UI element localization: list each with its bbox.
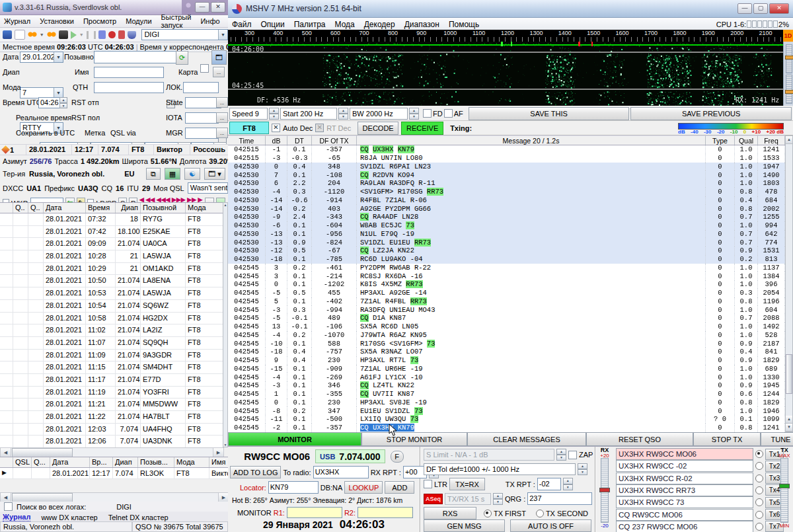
stop-icon[interactable] bbox=[98, 30, 106, 39]
decode-col-5[interactable]: Type bbox=[706, 135, 735, 145]
bw-spinner[interactable]: ▲▼ bbox=[409, 108, 419, 120]
oned-button[interactable]: 1D bbox=[783, 30, 793, 42]
r1-input[interactable] bbox=[287, 507, 342, 518]
iota-input[interactable] bbox=[185, 112, 219, 124]
rx-level-slider[interactable]: RX +20 -20 bbox=[596, 447, 613, 532]
bandwidth-field[interactable]: BW 2000 Hz bbox=[350, 108, 408, 120]
locator-input[interactable] bbox=[183, 82, 219, 93]
qsl-col-5[interactable]: Позыв... bbox=[138, 457, 174, 467]
decode-row[interactable]: 042530-40.3-1120<SV1GFM> R170SG RR7300.8… bbox=[228, 188, 785, 196]
scroll-right-icon[interactable]: ▶ bbox=[218, 493, 229, 502]
df-tol-spinner[interactable]: ▲▼ bbox=[578, 463, 587, 475]
table-row[interactable]: 28.01.202107:4218.100E25KAEFT8Naltne bbox=[0, 226, 223, 239]
s-limit-spinner[interactable]: ▲▼ bbox=[556, 449, 566, 461]
tx7-radio[interactable] bbox=[755, 523, 763, 531]
record-icon[interactable] bbox=[108, 31, 116, 38]
decode-row[interactable]: 04253000.4348SV1DZL R6PAI LN2301.01947 bbox=[228, 163, 785, 171]
auto-is-off-button[interactable]: AUTO IS OFF bbox=[510, 519, 591, 532]
tx4-message-field[interactable]: UX3HX RW9CC RR73 bbox=[616, 484, 753, 496]
log-col-2[interactable]: Дата bbox=[44, 203, 86, 213]
tx-first-radio[interactable] bbox=[484, 510, 492, 517]
logger-tab-1[interactable]: www DX кластер bbox=[41, 513, 97, 521]
decode-row[interactable]: 042530-92.4-343CQ RA4ADF LN2800.71255 bbox=[228, 213, 785, 221]
s-limit-field[interactable]: S Limit - N/A - 1 dB bbox=[424, 449, 554, 461]
decode-row[interactable]: 042545-40.2-1070J79WTA R6AZ KN9501.0528 bbox=[228, 331, 785, 340]
decode-col-3[interactable]: DF Of TX bbox=[312, 135, 357, 145]
speed-spinner[interactable]: ▲▼ bbox=[269, 108, 279, 120]
time-utc-input[interactable]: 04:26 bbox=[38, 97, 62, 108]
decode-row[interactable]: 042545-40.1-269A61FJ LY1CX -1001.01330 bbox=[228, 373, 785, 381]
tx6-radio[interactable] bbox=[755, 511, 763, 519]
chevron-down-icon[interactable]: ▼ bbox=[218, 30, 227, 40]
decode-row[interactable]: 042545-5-0.1489CQ D1A KN8700.72088 bbox=[228, 314, 785, 323]
tx5-radio[interactable] bbox=[755, 498, 763, 506]
table-row[interactable]: 28.01.202111:1921.074YO3FRIFT8Mariati bbox=[0, 387, 223, 399]
decode-row[interactable]: 042545-50.5455HP3AXL A92GE -1400.32054 bbox=[228, 289, 785, 297]
logger-titlebar[interactable]: v.3.31-61 Russia, Sverdlovsk obl. — ✕ bbox=[0, 0, 228, 15]
decode-row[interactable]: 042545-30.3-994RA3DFQ UN1EAU MO4301.0604 bbox=[228, 305, 785, 314]
tx6-message-field[interactable]: CQ RW9CC MO06 bbox=[616, 509, 753, 521]
scroll-up-icon[interactable]: ▲ bbox=[223, 203, 227, 207]
calculator-button[interactable]: 🗔 bbox=[211, 50, 227, 65]
qsl-col-2[interactable]: Дата bbox=[50, 457, 90, 467]
decode-row[interactable]: 042545-180.4-757SX5A R3NAZ LO0700.4841 bbox=[228, 348, 785, 356]
state-more-button[interactable]: ... bbox=[216, 97, 228, 108]
f-button[interactable]: F bbox=[391, 451, 404, 463]
logger-menu-5[interactable]: Инфо bbox=[200, 17, 219, 25]
rt-dec-checkbox[interactable]: ✕ bbox=[315, 124, 324, 132]
tx-rpt-spinner[interactable]: ▲▼ bbox=[563, 478, 573, 490]
qsl-col-4[interactable]: Диап bbox=[113, 457, 138, 467]
table-row[interactable]: 28.01.202110:2821LA5WJAFT8 bbox=[0, 250, 223, 263]
decode-row[interactable]: 042530-180.1-785RC6D LU9AKO -0400.2813 bbox=[228, 255, 785, 264]
mshv-minimize-button[interactable]: — bbox=[737, 3, 752, 14]
save-black-icon[interactable] bbox=[59, 30, 68, 39]
waterfall-gain-sliders[interactable] bbox=[783, 42, 793, 106]
tx-slider-handle[interactable] bbox=[779, 484, 790, 488]
browser-button[interactable]: ☯ bbox=[184, 168, 200, 180]
log-col-4[interactable]: Диап bbox=[116, 203, 141, 213]
fd-checkbox[interactable] bbox=[423, 109, 432, 118]
zap-checkbox[interactable] bbox=[568, 451, 577, 459]
state-input[interactable] bbox=[185, 97, 219, 108]
monitor-button[interactable]: MONITOR bbox=[228, 432, 361, 446]
start-spinner[interactable]: ▲▼ bbox=[338, 108, 348, 120]
save-icon[interactable] bbox=[3, 30, 12, 39]
mshv-menu-1[interactable]: Опции bbox=[261, 20, 285, 29]
save-previous-button[interactable]: SAVE PREVIOUS bbox=[630, 107, 792, 120]
refresh-callsign-button[interactable]: ⟳ bbox=[176, 51, 188, 65]
tx7-message-field[interactable]: CQ 237 RW9CC MO06 bbox=[616, 521, 753, 532]
decode-scrollbar[interactable]: ▲ ▲▼ bbox=[785, 135, 793, 432]
decode-row[interactable]: 04253070.1-108CQ R2DVN KO9401.01490 bbox=[228, 171, 785, 179]
decode-row[interactable]: 042530-140.2403A92GE PY2DPM GG6600.82002 bbox=[228, 204, 785, 213]
scroll-thumb[interactable] bbox=[786, 354, 792, 394]
reset-qso-button[interactable]: RESET QSO bbox=[586, 432, 693, 446]
decode-row[interactable]: 042530-130.1-956N1UL E79Q -1900.7642 bbox=[228, 230, 785, 239]
decode-row[interactable]: 04254590.4230HP3AXL RT7L 7300.91829 bbox=[228, 356, 785, 365]
map-more-button[interactable]: ... bbox=[213, 67, 225, 77]
table-row[interactable]: 28.01.202111:0721.074SQ9QHFT8 bbox=[0, 337, 223, 350]
screen-button[interactable]: 🗔 ▾ bbox=[204, 168, 225, 180]
play-icon[interactable] bbox=[71, 31, 77, 39]
scroll-thumb[interactable] bbox=[12, 493, 73, 502]
mshv-menu-3[interactable]: Мода bbox=[335, 20, 355, 29]
mshv-menu-0[interactable]: Файл bbox=[232, 20, 252, 29]
table-row[interactable]: 28.01.202110:5421.074SQ6WZFT8Grzego bbox=[0, 300, 223, 313]
copy-button[interactable]: ⧉ bbox=[146, 168, 161, 180]
tx5-message-field[interactable]: UX3HX RW9CC 73 bbox=[616, 496, 753, 508]
qsl-col-6[interactable]: Мода bbox=[174, 457, 209, 467]
aseq-button[interactable]: ASeq bbox=[424, 494, 443, 504]
decode-col-1[interactable]: dB bbox=[266, 135, 287, 145]
scroll-thumb[interactable] bbox=[12, 448, 73, 457]
decode-row[interactable]: 04254500.1-1202K8IS 4X5MZ RR7301.0396 bbox=[228, 280, 785, 289]
tx3-message-field[interactable]: UX3HX RW9CC R-02 bbox=[616, 473, 753, 484]
gen-msg-button[interactable]: GEN MSG bbox=[424, 519, 505, 532]
df-tol-field[interactable]: DF Tol def=1000 +/- 1000 Hz bbox=[424, 463, 576, 475]
logger-menu-0[interactable]: Журнал bbox=[4, 17, 30, 25]
decode-row[interactable]: 042515-10.1-357CQ UX3HX KN7901.01241 bbox=[228, 145, 785, 154]
table-row[interactable]: 28.01.202110:2921OM1AKDFT8 bbox=[0, 263, 223, 276]
decode-col-2[interactable]: DT bbox=[287, 135, 312, 145]
contrast-slider-handle[interactable] bbox=[785, 90, 793, 94]
table-row[interactable]: 28.01.202110:5321.074LA5WJAFT8Willy bbox=[0, 287, 223, 300]
table-row[interactable]: 28.01.202111:0221.074LA2IZFT8Thor bbox=[0, 324, 223, 337]
tx4-radio[interactable] bbox=[755, 486, 763, 494]
